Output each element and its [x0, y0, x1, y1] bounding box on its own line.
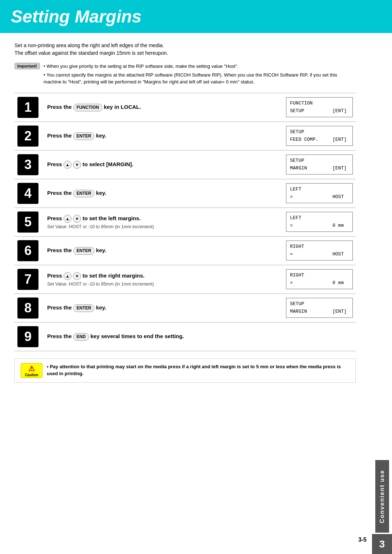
important-bullet-1: • When you give priority to the setting … [44, 63, 356, 70]
step-description: Press ▲ ▼ to set the right margins.Set V… [41, 265, 283, 294]
step-display: LEFT = HOST [283, 179, 356, 208]
main-content: Set a non-printing area along the right … [0, 42, 370, 405]
lcd-display: RIGHT = 0 mm [286, 269, 353, 290]
step-num-cell: 3 [15, 150, 41, 179]
step-number: 4 [17, 183, 38, 204]
step-display: SETUP FEED COMP. [ENT] [283, 122, 356, 150]
lcd-display: FUNCTION SETUP [ENT] [286, 97, 353, 118]
step-instruction: Press the END key several times to end t… [47, 332, 277, 340]
table-row: 8Press the ENTER key.SETUP MARGIN [ENT] [15, 294, 356, 322]
step-display: SETUP MARGIN [ENT] [283, 294, 356, 322]
step-display: FUNCTION SETUP [ENT] [283, 93, 356, 122]
table-row: 1Press the FUNCTION key in LOCAL.FUNCTIO… [15, 93, 356, 122]
step-num-cell: 7 [15, 265, 41, 294]
step-num-cell: 6 [15, 236, 41, 265]
step-number: 6 [17, 240, 38, 261]
step-number: 5 [17, 212, 38, 233]
step-instruction: Press the FUNCTION key in LOCAL. [47, 103, 277, 111]
step-num-cell: 1 [15, 93, 41, 122]
down-arrow-key[interactable]: ▼ [73, 215, 81, 223]
step-number: 3 [17, 154, 38, 175]
step-number: 8 [17, 297, 38, 319]
up-arrow-key[interactable]: ▲ [64, 215, 72, 223]
function-key[interactable]: FUNCTION [73, 104, 102, 111]
step-instruction: Press the ENTER key. [47, 189, 277, 197]
step-display: RIGHT = 0 mm [283, 265, 356, 294]
enter-key[interactable]: ENTER [73, 132, 95, 140]
step-sub: Set Value :HOST or -10 to 85mm (in 1mm i… [47, 224, 277, 229]
step-number: 1 [17, 97, 38, 118]
step-display: SETUP MARGIN [ENT] [283, 150, 356, 179]
important-badge: Important! [15, 63, 40, 69]
table-row: 9Press the END key several times to end … [15, 322, 356, 351]
intro-line1: Set a non-printing area along the right … [15, 42, 356, 49]
step-display: RIGHT = HOST [283, 236, 356, 265]
step-num-cell: 9 [15, 322, 41, 351]
up-arrow-key[interactable]: ▲ [64, 272, 72, 280]
lcd-display: LEFT = 0 mm [286, 212, 353, 232]
sidebar-tab-label: Convenient use [375, 460, 389, 533]
step-sub: Set Value :HOST or -10 to 85mm (in 1mm i… [47, 282, 277, 287]
step-num-cell: 2 [15, 122, 41, 150]
step-num-cell: 4 [15, 179, 41, 208]
step-description: Press ▲ ▼ to select [MARGIN]. [41, 150, 283, 179]
sidebar-chapter-num: 3 [372, 534, 392, 554]
intro-text: Set a non-printing area along the right … [15, 42, 356, 57]
step-number: 7 [17, 269, 38, 290]
step-description: Press the ENTER key. [41, 236, 283, 265]
lcd-display: SETUP MARGIN [ENT] [286, 155, 353, 175]
caution-label: Caution [25, 373, 38, 377]
step-display: LEFT = 0 mm [283, 208, 356, 236]
step-instruction: Press ▲ ▼ to set the right margins. [47, 272, 277, 280]
caution-box: ⚠ Caution • Pay attention to that printi… [15, 358, 356, 383]
table-row: 4Press the ENTER key.LEFT = HOST [15, 179, 356, 208]
up-arrow-key[interactable]: ▲ [64, 161, 72, 169]
table-row: 2Press the ENTER key.SETUP FEED COMP. [E… [15, 122, 356, 150]
step-description: Press the ENTER key. [41, 294, 283, 322]
important-box: Important! • When you give priority to t… [15, 63, 356, 86]
step-description: Press ▲ ▼ to set the left margins.Set Va… [41, 208, 283, 236]
table-row: 6Press the ENTER key.RIGHT = HOST [15, 236, 356, 265]
sidebar: Convenient use 3 [372, 0, 392, 554]
lcd-display: SETUP FEED COMP. [ENT] [286, 126, 353, 146]
step-instruction: Press the ENTER key. [47, 304, 277, 312]
step-instruction: Press ▲ ▼ to set the left margins. [47, 214, 277, 223]
step-description: Press the END key several times to end t… [41, 322, 283, 351]
step-number: 2 [17, 126, 38, 147]
page-title: Setting Margins [11, 7, 381, 26]
table-row: 3Press ▲ ▼ to select [MARGIN].SETUP MARG… [15, 150, 356, 179]
down-arrow-key[interactable]: ▼ [73, 161, 81, 169]
caution-text: • Pay attention to that printing may sta… [47, 363, 350, 377]
step-instruction: Press the ENTER key. [47, 246, 277, 254]
important-bullet-2: • You cannot specify the margins at the … [44, 71, 356, 86]
enter-key[interactable]: ENTER [73, 190, 95, 197]
steps-table: 1Press the FUNCTION key in LOCAL.FUNCTIO… [15, 93, 356, 351]
down-arrow-key[interactable]: ▼ [73, 272, 81, 280]
intro-line2: The offset value against the standard ma… [15, 49, 356, 57]
table-row: 5Press ▲ ▼ to set the left margins.Set V… [15, 208, 356, 236]
step-description: Press the ENTER key. [41, 122, 283, 150]
step-num-cell: 5 [15, 208, 41, 236]
page-number: 3-5 [358, 537, 367, 543]
lcd-display: SETUP MARGIN [ENT] [286, 298, 353, 318]
step-description: Press the ENTER key. [41, 179, 283, 208]
enter-key[interactable]: ENTER [73, 247, 95, 255]
lcd-display: LEFT = HOST [286, 183, 353, 204]
caution-badge: ⚠ Caution [21, 363, 42, 378]
end-key[interactable]: END [73, 333, 89, 341]
step-description: Press the FUNCTION key in LOCAL. [41, 93, 283, 122]
table-row: 7Press ▲ ▼ to set the right margins.Set … [15, 265, 356, 294]
step-instruction: Press ▲ ▼ to select [MARGIN]. [47, 160, 277, 169]
step-num-cell: 8 [15, 294, 41, 322]
caution-triangle-icon: ⚠ [28, 364, 35, 373]
step-instruction: Press the ENTER key. [47, 132, 277, 140]
enter-key[interactable]: ENTER [73, 304, 95, 312]
page-header: Setting Margins [0, 0, 392, 33]
important-text: • When you give priority to the setting … [44, 63, 356, 86]
lcd-display: RIGHT = HOST [286, 241, 353, 261]
step-number: 9 [17, 326, 38, 347]
step-display [283, 322, 356, 351]
